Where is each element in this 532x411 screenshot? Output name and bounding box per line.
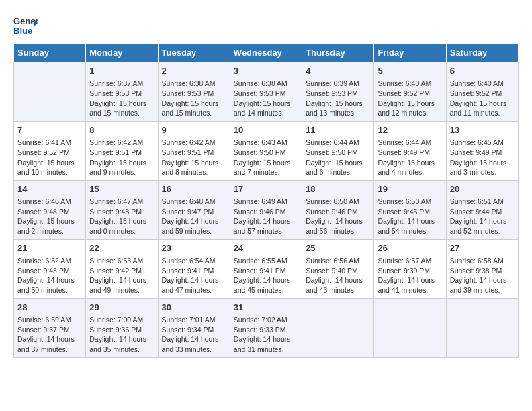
calendar-cell: 3Sunrise: 6:38 AM Sunset: 9:53 PM Daylig… [230,62,302,122]
day-number: 16 [162,183,226,195]
day-number: 21 [17,242,82,255]
day-info: Sunrise: 6:49 AM Sunset: 9:46 PM Dayligh… [234,197,298,236]
calendar-cell: 31Sunrise: 7:02 AM Sunset: 9:33 PM Dayli… [230,298,302,357]
day-info: Sunrise: 6:50 AM Sunset: 9:46 PM Dayligh… [306,197,370,236]
day-info: Sunrise: 6:51 AM Sunset: 9:44 PM Dayligh… [450,197,515,236]
day-number: 4 [306,65,370,77]
day-number: 20 [450,183,515,195]
calendar-cell: 15Sunrise: 6:47 AM Sunset: 9:48 PM Dayli… [86,180,158,239]
day-number: 9 [162,124,226,136]
day-info: Sunrise: 6:42 AM Sunset: 9:51 PM Dayligh… [89,138,154,177]
day-info: Sunrise: 6:55 AM Sunset: 9:41 PM Dayligh… [234,256,298,295]
day-number: 18 [306,183,370,195]
calendar-cell: 9Sunrise: 6:42 AM Sunset: 9:51 PM Daylig… [158,121,230,180]
calendar-cell: 10Sunrise: 6:43 AM Sunset: 9:50 PM Dayli… [230,121,302,180]
day-info: Sunrise: 6:40 AM Sunset: 9:52 PM Dayligh… [450,79,515,118]
day-number: 6 [450,65,515,77]
calendar-cell: 13Sunrise: 6:45 AM Sunset: 9:49 PM Dayli… [446,121,518,180]
day-info: Sunrise: 6:43 AM Sunset: 9:50 PM Dayligh… [234,138,298,177]
day-number: 22 [89,242,154,255]
header: General Blue [13,13,519,38]
day-info: Sunrise: 7:00 AM Sunset: 9:36 PM Dayligh… [89,315,154,355]
calendar-cell: 26Sunrise: 6:57 AM Sunset: 9:39 PM Dayli… [374,239,446,298]
calendar-week-4: 21Sunrise: 6:52 AM Sunset: 9:43 PM Dayli… [14,239,519,298]
day-info: Sunrise: 6:46 AM Sunset: 9:48 PM Dayligh… [17,197,82,236]
day-info: Sunrise: 6:52 AM Sunset: 9:43 PM Dayligh… [17,256,82,295]
weekday-header-row: SundayMondayTuesdayWednesdayThursdayFrid… [14,44,519,62]
calendar-cell: 11Sunrise: 6:44 AM Sunset: 9:50 PM Dayli… [302,121,374,180]
weekday-header-sunday: Sunday [14,44,86,62]
day-number: 2 [162,65,226,77]
day-info: Sunrise: 6:58 AM Sunset: 9:38 PM Dayligh… [450,256,515,295]
day-number: 5 [378,65,442,77]
calendar-cell [446,298,518,357]
day-info: Sunrise: 7:01 AM Sunset: 9:34 PM Dayligh… [162,315,226,355]
day-number: 25 [306,242,370,255]
weekday-header-friday: Friday [374,44,446,62]
day-number: 7 [17,124,82,136]
day-info: Sunrise: 6:54 AM Sunset: 9:41 PM Dayligh… [162,256,226,295]
day-number: 26 [378,242,442,255]
day-info: Sunrise: 6:37 AM Sunset: 9:53 PM Dayligh… [89,79,154,118]
calendar-cell: 24Sunrise: 6:55 AM Sunset: 9:41 PM Dayli… [230,239,302,298]
calendar-cell: 21Sunrise: 6:52 AM Sunset: 9:43 PM Dayli… [14,239,86,298]
day-number: 24 [234,242,298,255]
weekday-header-saturday: Saturday [446,44,518,62]
weekday-header-thursday: Thursday [302,44,374,62]
logo-icon: General Blue [13,13,38,38]
calendar-cell: 1Sunrise: 6:37 AM Sunset: 9:53 PM Daylig… [86,62,158,122]
calendar-cell: 5Sunrise: 6:40 AM Sunset: 9:52 PM Daylig… [374,62,446,122]
day-number: 10 [234,124,298,136]
day-info: Sunrise: 6:38 AM Sunset: 9:53 PM Dayligh… [234,79,298,118]
calendar-cell: 30Sunrise: 7:01 AM Sunset: 9:34 PM Dayli… [158,298,230,357]
day-number: 28 [17,302,82,314]
calendar-cell [302,298,374,357]
day-info: Sunrise: 7:02 AM Sunset: 9:33 PM Dayligh… [234,315,298,355]
day-info: Sunrise: 6:50 AM Sunset: 9:45 PM Dayligh… [378,197,442,236]
calendar-cell: 12Sunrise: 6:44 AM Sunset: 9:49 PM Dayli… [374,121,446,180]
day-info: Sunrise: 6:42 AM Sunset: 9:51 PM Dayligh… [162,138,226,177]
calendar-cell: 29Sunrise: 7:00 AM Sunset: 9:36 PM Dayli… [86,298,158,357]
day-info: Sunrise: 6:45 AM Sunset: 9:49 PM Dayligh… [450,138,515,177]
calendar-header: SundayMondayTuesdayWednesdayThursdayFrid… [14,44,519,62]
weekday-header-wednesday: Wednesday [230,44,302,62]
weekday-header-monday: Monday [86,44,158,62]
calendar-cell: 19Sunrise: 6:50 AM Sunset: 9:45 PM Dayli… [374,180,446,239]
day-number: 29 [89,302,154,314]
day-info: Sunrise: 6:41 AM Sunset: 9:52 PM Dayligh… [17,138,82,177]
day-info: Sunrise: 6:44 AM Sunset: 9:50 PM Dayligh… [306,138,370,177]
weekday-header-tuesday: Tuesday [158,44,230,62]
day-number: 14 [17,183,82,195]
day-number: 11 [306,124,370,136]
calendar-week-2: 7Sunrise: 6:41 AM Sunset: 9:52 PM Daylig… [14,121,519,180]
calendar-week-5: 28Sunrise: 6:59 AM Sunset: 9:37 PM Dayli… [14,298,519,357]
day-number: 19 [378,183,442,195]
day-number: 12 [378,124,442,136]
day-number: 27 [450,242,515,255]
day-number: 3 [234,65,298,77]
calendar-week-3: 14Sunrise: 6:46 AM Sunset: 9:48 PM Dayli… [14,180,519,239]
logo: General Blue [13,13,38,38]
calendar-cell: 14Sunrise: 6:46 AM Sunset: 9:48 PM Dayli… [14,180,86,239]
day-number: 31 [234,302,298,314]
day-number: 23 [162,242,226,255]
calendar-cell: 20Sunrise: 6:51 AM Sunset: 9:44 PM Dayli… [446,180,518,239]
calendar-cell: 27Sunrise: 6:58 AM Sunset: 9:38 PM Dayli… [446,239,518,298]
day-info: Sunrise: 6:48 AM Sunset: 9:47 PM Dayligh… [162,197,226,236]
day-info: Sunrise: 6:39 AM Sunset: 9:53 PM Dayligh… [306,79,370,118]
calendar-cell [14,62,86,122]
calendar-cell: 25Sunrise: 6:56 AM Sunset: 9:40 PM Dayli… [302,239,374,298]
calendar-cell: 8Sunrise: 6:42 AM Sunset: 9:51 PM Daylig… [86,121,158,180]
day-number: 1 [89,65,154,77]
calendar-body: 1Sunrise: 6:37 AM Sunset: 9:53 PM Daylig… [14,62,519,358]
calendar-cell: 2Sunrise: 6:38 AM Sunset: 9:53 PM Daylig… [158,62,230,122]
calendar-cell: 28Sunrise: 6:59 AM Sunset: 9:37 PM Dayli… [14,298,86,357]
day-info: Sunrise: 6:56 AM Sunset: 9:40 PM Dayligh… [306,256,370,295]
day-number: 13 [450,124,515,136]
svg-text:Blue: Blue [13,26,32,36]
day-number: 17 [234,183,298,195]
calendar-cell: 17Sunrise: 6:49 AM Sunset: 9:46 PM Dayli… [230,180,302,239]
calendar-week-1: 1Sunrise: 6:37 AM Sunset: 9:53 PM Daylig… [14,62,519,122]
day-number: 30 [162,302,226,314]
day-info: Sunrise: 6:59 AM Sunset: 9:37 PM Dayligh… [17,315,82,355]
